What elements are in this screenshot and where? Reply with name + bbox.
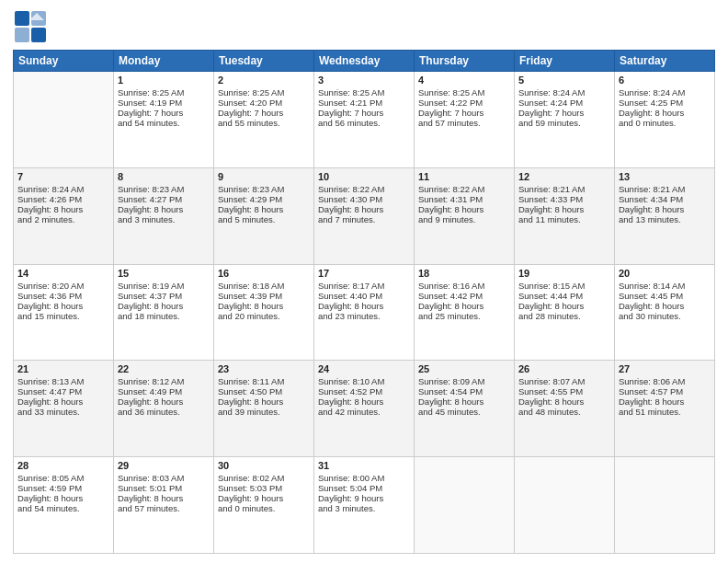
day-number: 10 xyxy=(318,171,410,182)
day-info: Daylight: 8 hours xyxy=(318,396,410,407)
day-number: 3 xyxy=(318,75,410,86)
day-info: Sunset: 4:45 PM xyxy=(619,291,711,301)
day-number: 19 xyxy=(518,268,610,279)
day-info: Sunset: 4:29 PM xyxy=(218,194,310,204)
day-info: Daylight: 8 hours xyxy=(118,493,210,503)
day-info: and 33 minutes. xyxy=(17,407,109,417)
day-info: and 2 minutes. xyxy=(17,214,109,224)
day-number: 24 xyxy=(318,363,410,374)
calendar-cell: 20Sunrise: 8:14 AMSunset: 4:45 PMDayligh… xyxy=(615,264,715,361)
calendar-week-5: 28Sunrise: 8:05 AMSunset: 4:59 PMDayligh… xyxy=(14,457,715,554)
day-info: Daylight: 8 hours xyxy=(518,204,610,214)
day-info: Sunrise: 8:13 AM xyxy=(17,376,109,386)
day-info: Sunset: 4:57 PM xyxy=(619,386,711,396)
day-info: Daylight: 8 hours xyxy=(418,204,510,214)
page-header xyxy=(13,9,715,44)
calendar-table: SundayMondayTuesdayWednesdayThursdayFrid… xyxy=(13,50,715,554)
day-number: 28 xyxy=(17,460,109,471)
day-info: Sunset: 4:36 PM xyxy=(17,291,109,301)
day-info: Daylight: 8 hours xyxy=(318,301,410,311)
calendar-cell xyxy=(415,457,515,554)
day-info: Daylight: 7 hours xyxy=(518,108,610,118)
day-info: Daylight: 8 hours xyxy=(17,204,109,214)
calendar-cell: 12Sunrise: 8:21 AMSunset: 4:33 PMDayligh… xyxy=(515,167,615,264)
calendar-cell: 7Sunrise: 8:24 AMSunset: 4:26 PMDaylight… xyxy=(14,167,114,264)
day-info: Sunrise: 8:17 AM xyxy=(318,281,410,291)
day-number: 12 xyxy=(518,171,610,182)
day-info: Sunrise: 8:24 AM xyxy=(619,87,711,98)
day-info: Daylight: 8 hours xyxy=(17,301,109,311)
day-info: and 39 minutes. xyxy=(218,407,310,417)
day-info: Sunset: 4:47 PM xyxy=(17,386,109,396)
calendar-cell: 1Sunrise: 8:25 AMSunset: 4:19 PMDaylight… xyxy=(114,72,214,168)
calendar-cell: 31Sunrise: 8:00 AMSunset: 5:04 PMDayligh… xyxy=(314,457,415,554)
day-info: Daylight: 8 hours xyxy=(619,108,711,118)
day-info: Sunset: 4:55 PM xyxy=(518,386,610,396)
day-info: Daylight: 8 hours xyxy=(318,204,410,214)
calendar-cell xyxy=(515,457,615,554)
calendar-cell: 27Sunrise: 8:06 AMSunset: 4:57 PMDayligh… xyxy=(615,361,715,457)
day-info: and 30 minutes. xyxy=(619,311,711,321)
day-number: 13 xyxy=(619,171,711,182)
day-info: Sunset: 4:20 PM xyxy=(218,98,310,108)
day-number: 15 xyxy=(118,268,210,279)
calendar-cell: 4Sunrise: 8:25 AMSunset: 4:22 PMDaylight… xyxy=(415,72,515,168)
day-number: 7 xyxy=(17,171,109,182)
calendar-week-2: 7Sunrise: 8:24 AMSunset: 4:26 PMDaylight… xyxy=(14,167,715,264)
day-info: and 7 minutes. xyxy=(318,214,410,224)
day-number: 20 xyxy=(619,268,711,279)
day-info: Daylight: 8 hours xyxy=(17,396,109,407)
day-info: Daylight: 9 hours xyxy=(318,493,410,503)
day-number: 17 xyxy=(318,268,410,279)
calendar-body: 1Sunrise: 8:25 AMSunset: 4:19 PMDaylight… xyxy=(14,72,715,554)
calendar-cell xyxy=(615,457,715,554)
day-info: Sunrise: 8:05 AM xyxy=(17,473,109,483)
day-info: Sunrise: 8:03 AM xyxy=(118,473,210,483)
calendar-cell: 17Sunrise: 8:17 AMSunset: 4:40 PMDayligh… xyxy=(314,264,415,361)
calendar-cell: 10Sunrise: 8:22 AMSunset: 4:30 PMDayligh… xyxy=(314,167,415,264)
calendar-cell: 18Sunrise: 8:16 AMSunset: 4:42 PMDayligh… xyxy=(415,264,515,361)
calendar-cell: 22Sunrise: 8:12 AMSunset: 4:49 PMDayligh… xyxy=(114,361,214,457)
day-number: 11 xyxy=(418,171,510,182)
day-number: 5 xyxy=(518,75,610,86)
day-number: 6 xyxy=(619,75,711,86)
logo xyxy=(13,9,48,44)
day-info: Sunset: 4:25 PM xyxy=(619,98,711,108)
calendar-cell: 24Sunrise: 8:10 AMSunset: 4:52 PMDayligh… xyxy=(314,361,415,457)
calendar-cell: 5Sunrise: 8:24 AMSunset: 4:24 PMDaylight… xyxy=(515,72,615,168)
day-info: Sunrise: 8:07 AM xyxy=(518,376,610,386)
day-info: Daylight: 9 hours xyxy=(218,493,310,503)
day-info: and 0 minutes. xyxy=(218,503,310,513)
day-info: and 0 minutes. xyxy=(619,118,711,128)
day-info: Daylight: 7 hours xyxy=(118,108,210,118)
day-info: Sunset: 4:27 PM xyxy=(118,194,210,204)
day-info: Sunset: 4:54 PM xyxy=(418,386,510,396)
day-number: 23 xyxy=(218,363,310,374)
day-info: and 28 minutes. xyxy=(518,311,610,321)
day-info: Sunrise: 8:02 AM xyxy=(218,473,310,483)
day-info: Sunrise: 8:23 AM xyxy=(218,184,310,194)
day-info: and 11 minutes. xyxy=(518,214,610,224)
day-info: and 55 minutes. xyxy=(218,118,310,128)
svg-rect-0 xyxy=(15,11,29,26)
day-info: and 9 minutes. xyxy=(418,214,510,224)
day-header-tuesday: Tuesday xyxy=(214,51,314,72)
day-info: Sunrise: 8:21 AM xyxy=(619,184,711,194)
day-info: Sunrise: 8:15 AM xyxy=(518,281,610,291)
day-info: and 42 minutes. xyxy=(318,407,410,417)
calendar-cell: 29Sunrise: 8:03 AMSunset: 5:01 PMDayligh… xyxy=(114,457,214,554)
day-info: Sunrise: 8:24 AM xyxy=(518,87,610,98)
day-info: Daylight: 8 hours xyxy=(118,204,210,214)
day-info: and 48 minutes. xyxy=(518,407,610,417)
day-header-friday: Friday xyxy=(515,51,615,72)
day-info: Sunrise: 8:25 AM xyxy=(218,87,310,98)
day-info: Sunset: 4:19 PM xyxy=(118,98,210,108)
day-info: and 3 minutes. xyxy=(118,214,210,224)
day-info: Sunset: 4:30 PM xyxy=(318,194,410,204)
day-number: 31 xyxy=(318,460,410,471)
day-info: Sunrise: 8:12 AM xyxy=(118,376,210,386)
day-info: and 13 minutes. xyxy=(619,214,711,224)
day-info: and 57 minutes. xyxy=(418,118,510,128)
day-number: 21 xyxy=(17,363,109,374)
day-info: and 20 minutes. xyxy=(218,311,310,321)
